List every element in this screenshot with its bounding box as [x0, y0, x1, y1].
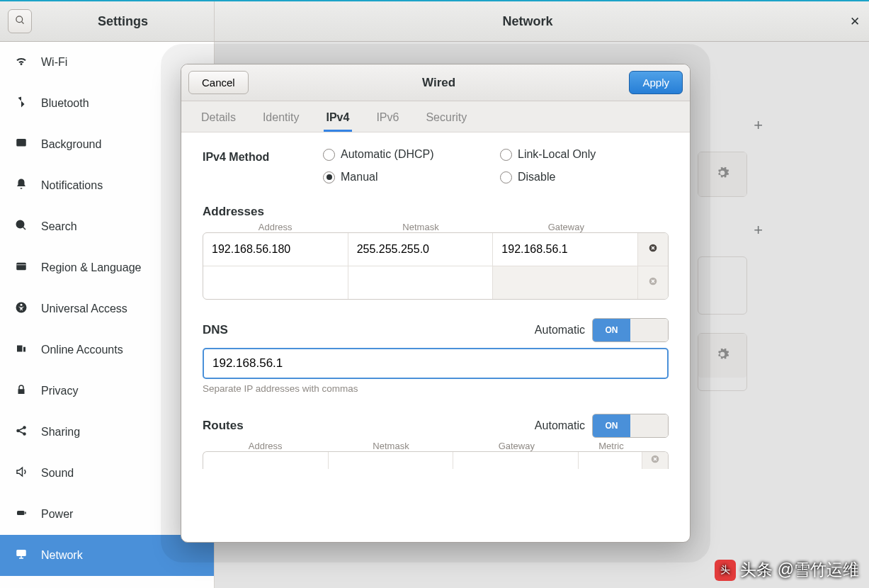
svg-point-0 — [16, 16, 22, 22]
tab-identity[interactable]: Identity — [260, 104, 302, 132]
routes-table — [203, 451, 669, 469]
sidebar-item-label: Search — [41, 220, 77, 233]
ipv4-method-label: IPv4 Method — [203, 148, 295, 164]
toggle-off-half — [630, 414, 668, 437]
delete-address-button[interactable] — [638, 233, 668, 266]
route-netmask-input[interactable] — [329, 452, 454, 469]
window-close-button[interactable]: ✕ — [841, 14, 869, 29]
sharing-icon — [14, 424, 28, 440]
watermark: 头 头条 @雪竹运维 — [715, 559, 859, 581]
sidebar-item-label: Universal Access — [41, 303, 127, 315]
wifi-icon — [14, 55, 28, 70]
route-gateway-input[interactable] — [453, 452, 579, 469]
delete-address-button[interactable] — [638, 266, 668, 299]
page-title: Network — [215, 14, 841, 29]
sidebar-item-label: Wi-Fi — [41, 56, 67, 69]
svg-rect-2 — [16, 139, 26, 147]
accessibility-icon — [14, 301, 28, 317]
delete-icon — [647, 242, 659, 256]
tab-details[interactable]: Details — [198, 104, 239, 132]
sidebar-item-label: Bluetooth — [41, 97, 89, 110]
address-input[interactable] — [203, 233, 348, 266]
dns-header-row: DNS Automatic ON — [203, 318, 669, 342]
delete-icon — [647, 276, 659, 290]
sidebar-item-label: Network — [41, 549, 83, 562]
search-icon — [14, 219, 28, 234]
titlebar: Settings Network ✕ — [0, 1, 869, 42]
radio-icon — [323, 149, 335, 161]
background-icon — [14, 137, 28, 152]
delete-icon — [649, 453, 661, 468]
svg-rect-5 — [16, 263, 26, 271]
apply-button[interactable]: Apply — [629, 71, 683, 94]
power-icon — [14, 507, 28, 522]
dns-heading: DNS — [203, 323, 228, 337]
automatic-label: Automatic — [535, 419, 585, 432]
dialog-header: Cancel Wired Apply — [181, 64, 690, 101]
online-accounts-icon — [14, 342, 28, 358]
col-netmask: Netmask — [328, 441, 453, 451]
dns-input[interactable] — [203, 348, 669, 379]
radio-automatic-dhcp[interactable]: Automatic (DHCP) — [323, 148, 500, 161]
sidebar-item-label: Privacy — [41, 385, 78, 397]
netmask-input[interactable] — [348, 266, 493, 299]
col-metric: Metric — [579, 441, 643, 451]
sidebar-item-label: Sharing — [41, 426, 80, 439]
toggle-off-half — [630, 319, 668, 341]
sidebar-item-network[interactable]: Network — [0, 535, 214, 576]
tab-ipv4[interactable]: IPv4 — [324, 104, 353, 132]
svg-rect-12 — [25, 512, 26, 514]
network-icon — [14, 548, 28, 563]
address-input[interactable] — [203, 266, 348, 299]
bluetooth-icon — [14, 96, 28, 111]
svg-rect-11 — [17, 511, 25, 515]
ipv4-method-row: IPv4 Method Automatic (DHCP) Link-Local … — [203, 148, 669, 183]
radio-label: Disable — [518, 171, 555, 183]
radio-manual[interactable]: Manual — [323, 171, 500, 183]
toggle-on-label: ON — [593, 414, 630, 437]
netmask-input[interactable] — [348, 233, 493, 266]
svg-line-1 — [21, 21, 23, 23]
route-metric-input[interactable] — [579, 452, 642, 469]
gateway-input[interactable] — [493, 233, 637, 266]
sidebar-item-label: Region & Language — [41, 261, 141, 274]
sidebar-item-label: Background — [41, 138, 101, 151]
addresses-heading: Addresses — [203, 205, 669, 219]
cancel-button[interactable]: Cancel — [188, 71, 249, 94]
svg-rect-13 — [16, 550, 26, 556]
routes-automatic-toggle[interactable]: ON — [592, 414, 669, 438]
radio-label: Link-Local Only — [518, 148, 596, 161]
connection-dialog: Cancel Wired Apply Details Identity IPv4… — [181, 64, 691, 543]
dialog-tabs: Details Identity IPv4 IPv6 Security — [181, 101, 690, 132]
radio-link-local[interactable]: Link-Local Only — [500, 148, 642, 161]
addresses-columns: Address Netmask Gateway — [203, 222, 669, 232]
routes-header-row: Routes Automatic ON — [203, 414, 669, 438]
dialog-title: Wired — [249, 76, 630, 90]
tab-ipv6[interactable]: IPv6 — [373, 104, 402, 132]
radio-icon — [500, 171, 512, 183]
tab-security[interactable]: Security — [423, 104, 470, 132]
dns-hint: Separate IP addresses with commas — [203, 383, 669, 394]
delete-route-button[interactable] — [642, 452, 668, 469]
svg-point-7 — [21, 304, 23, 306]
search-button[interactable] — [8, 9, 32, 33]
dns-automatic-toggle[interactable]: ON — [592, 318, 669, 342]
gateway-input[interactable] — [493, 266, 637, 299]
search-icon — [15, 15, 25, 28]
route-row — [203, 452, 668, 469]
privacy-icon — [14, 383, 28, 399]
radio-disable[interactable]: Disable — [500, 171, 642, 183]
region-icon — [14, 260, 28, 276]
route-address-input[interactable] — [203, 452, 329, 469]
addresses-table — [203, 232, 669, 300]
routes-heading: Routes — [203, 419, 244, 433]
toggle-on-label: ON — [593, 319, 630, 341]
svg-line-4 — [23, 227, 25, 230]
col-netmask: Netmask — [348, 222, 493, 232]
address-row — [203, 233, 668, 266]
radio-icon — [500, 149, 512, 161]
titlebar-left: Settings — [0, 1, 215, 41]
ipv4-method-options: Automatic (DHCP) Link-Local Only Manual … — [323, 148, 642, 183]
watermark-logo-icon: 头 — [715, 560, 736, 581]
col-address: Address — [203, 441, 328, 451]
